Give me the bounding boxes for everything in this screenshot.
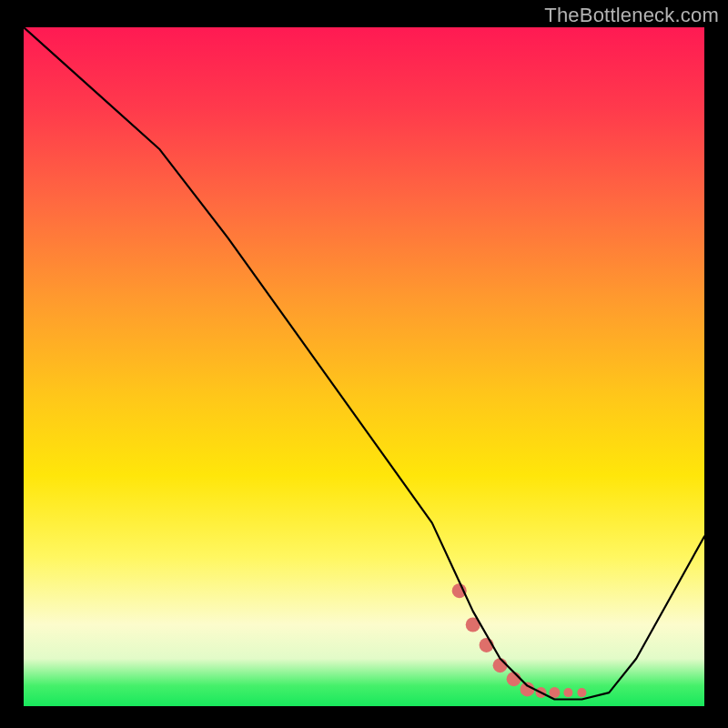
marker-point [507, 672, 521, 686]
chart-svg [24, 27, 704, 706]
marker-point [563, 688, 572, 697]
marker-point [493, 658, 508, 672]
markers-layer [452, 583, 587, 698]
main-curve [24, 27, 704, 700]
marker-point [577, 688, 586, 697]
chart-container [24, 27, 704, 706]
attribution-text: TheBottleneck.com [544, 4, 719, 27]
